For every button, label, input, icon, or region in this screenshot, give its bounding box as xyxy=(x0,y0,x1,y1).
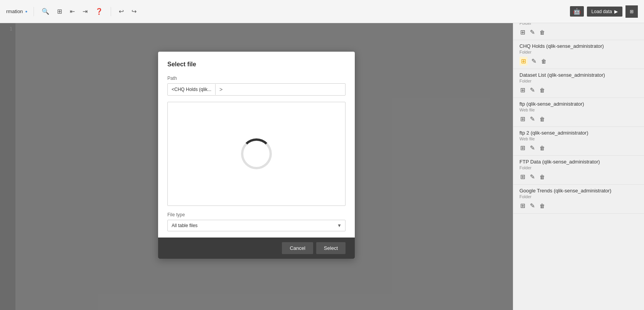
connection-actions-2: ⊞✎🗑 xyxy=(519,86,638,94)
connection-actions-6: ⊞✎🗑 xyxy=(519,201,638,210)
delete-icon-5[interactable]: 🗑 xyxy=(539,173,546,181)
connection-item-5: FTP Data (qlik-sense_administrator)Folde… xyxy=(513,156,644,185)
table-icon-2[interactable]: ⊞ xyxy=(519,86,526,94)
connection-type-4: Web file xyxy=(519,136,638,141)
delete-icon-3[interactable]: 🗑 xyxy=(539,115,546,123)
connection-actions-5: ⊞✎🗑 xyxy=(519,172,638,181)
file-type-label: File type xyxy=(167,212,346,217)
connection-item-3: ftp (qlik-sense_administrator)Web file⊞✎… xyxy=(513,98,644,127)
select-file-modal: Select file Path <CHQ Holds (qlik... > F… xyxy=(158,52,355,259)
delete-icon-1[interactable]: 🗑 xyxy=(540,57,547,65)
table-icon-1[interactable]: ⊞ xyxy=(519,57,528,66)
path-arrow-icon: > xyxy=(216,84,226,95)
delete-icon-2[interactable]: 🗑 xyxy=(539,86,546,94)
connection-actions-3: ⊞✎🗑 xyxy=(519,115,638,123)
load-data-label: Load data xyxy=(592,9,612,14)
connection-name-1: CHQ Holds (qlik-sense_administrator) xyxy=(519,43,638,49)
delete-icon-6[interactable]: 🗑 xyxy=(539,202,546,210)
play-icon: ▶ xyxy=(614,9,618,14)
loading-spinner xyxy=(241,138,272,169)
connection-name-4: ftp 2 (qlik-sense_administrator) xyxy=(519,130,638,136)
robot-icon-button[interactable]: 🤖 xyxy=(570,6,584,17)
load-data-button[interactable]: Load data ▶ xyxy=(587,7,622,17)
connection-item-1: CHQ Holds (qlik-sense_administrator)Fold… xyxy=(513,40,644,69)
connections-list: Folder⊞✎🗑CHQ Holds (qlik-sense_administr… xyxy=(513,18,644,214)
right-sidebar: Data connections Folder⊞✎🗑CHQ Holds (qli… xyxy=(513,0,644,310)
connection-item-4: ftp 2 (qlik-sense_administrator)Web file… xyxy=(513,127,644,156)
modal-body: Select file Path <CHQ Holds (qlik... > F… xyxy=(158,52,355,238)
connection-name-5: FTP Data (qlik-sense_administrator) xyxy=(519,159,638,165)
toolbar-right: 🤖 Load data ▶ ⊞ xyxy=(570,5,638,18)
connection-item-2: Dataset List (qlik-sense_administrator)F… xyxy=(513,69,644,98)
path-tag[interactable]: <CHQ Holds (qlik... xyxy=(168,84,216,95)
connection-type-1: Folder xyxy=(519,50,638,54)
edit-icon-4[interactable]: ✎ xyxy=(529,143,536,152)
connection-type-3: Web file xyxy=(519,108,638,112)
path-label: Path xyxy=(167,76,346,81)
cancel-button[interactable]: Cancel xyxy=(282,242,313,254)
connection-actions-1: ⊞✎🗑 xyxy=(519,57,638,66)
delete-icon-0[interactable]: 🗑 xyxy=(539,29,546,36)
table-icon-3[interactable]: ⊞ xyxy=(519,115,526,123)
connection-type-5: Folder xyxy=(519,165,638,170)
edit-icon-2[interactable]: ✎ xyxy=(529,86,536,94)
delete-icon-4[interactable]: 🗑 xyxy=(539,144,546,152)
modal-backdrop: Select file Path <CHQ Holds (qlik... > F… xyxy=(0,0,513,310)
edit-icon-3[interactable]: ✎ xyxy=(529,115,536,123)
connection-type-2: Folder xyxy=(519,79,638,83)
connection-name-2: Dataset List (qlik-sense_administrator) xyxy=(519,72,638,78)
table-icon-4[interactable]: ⊞ xyxy=(519,143,526,152)
expand-button[interactable]: ⊞ xyxy=(625,5,638,18)
edit-icon-0[interactable]: ✎ xyxy=(529,28,536,37)
edit-icon-1[interactable]: ✎ xyxy=(531,57,537,66)
modal-footer: Cancel Select xyxy=(158,238,355,259)
table-icon-5[interactable]: ⊞ xyxy=(519,172,526,181)
connection-type-6: Folder xyxy=(519,194,638,199)
connection-item-6: Google Trends (qlik-sense_administrator)… xyxy=(513,185,644,214)
connection-name-3: ftp (qlik-sense_administrator) xyxy=(519,101,638,107)
file-type-select-wrapper: All table filesCSVExcelQVDXMLJSON ▼ xyxy=(167,220,346,231)
file-browser[interactable] xyxy=(167,102,346,206)
table-icon-6[interactable]: ⊞ xyxy=(519,201,526,210)
edit-icon-6[interactable]: ✎ xyxy=(529,201,536,210)
file-type-select[interactable]: All table filesCSVExcelQVDXMLJSON xyxy=(167,220,346,231)
connection-actions-4: ⊞✎🗑 xyxy=(519,143,638,152)
connection-actions-0: ⊞✎🗑 xyxy=(519,28,638,37)
edit-icon-5[interactable]: ✎ xyxy=(529,172,536,181)
path-field: <CHQ Holds (qlik... > xyxy=(167,83,346,96)
select-button[interactable]: Select xyxy=(316,242,346,254)
modal-title: Select file xyxy=(167,61,346,68)
table-icon-0[interactable]: ⊞ xyxy=(519,28,526,37)
connection-name-6: Google Trends (qlik-sense_administrator) xyxy=(519,188,638,194)
